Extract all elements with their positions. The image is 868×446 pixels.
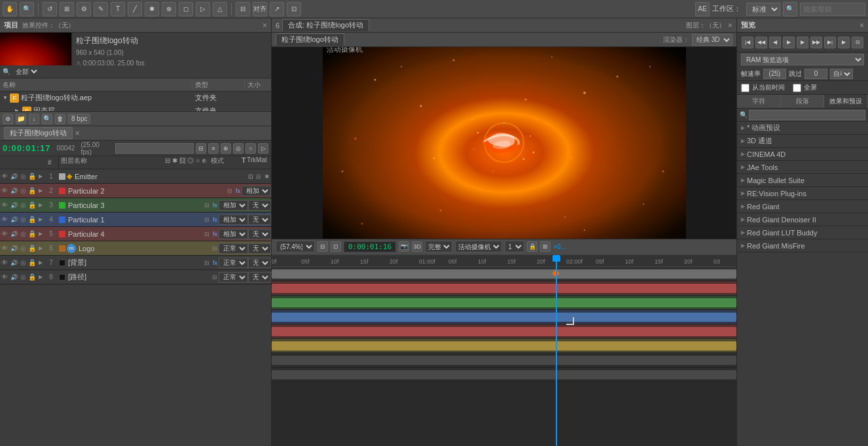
layer-mode-5[interactable]: 相加: [219, 229, 248, 239]
toolbar-settings[interactable]: ⚙: [77, 2, 91, 16]
comp-lock-btn[interactable]: 🔒: [527, 241, 537, 252]
toolbar-search-icon[interactable]: 🔍: [783, 2, 797, 16]
fx-btn-3a[interactable]: ⊟: [203, 202, 211, 209]
fps-input[interactable]: [763, 69, 786, 79]
toolbar-pen[interactable]: ✎: [94, 2, 108, 16]
preview-close[interactable]: ×: [859, 21, 864, 30]
prev-first[interactable]: |◀: [742, 37, 753, 48]
toolbar-eraser[interactable]: ◻: [179, 2, 193, 16]
fx-btn-4a[interactable]: ⊟: [203, 216, 211, 223]
layer-mode-7[interactable]: 正常: [219, 258, 248, 268]
project-close[interactable]: ×: [262, 21, 267, 30]
zoom-select[interactable]: (57.4%): [276, 241, 315, 252]
import-btn[interactable]: ↓: [29, 114, 39, 124]
prev-ram[interactable]: ▶: [838, 37, 850, 48]
quality-select[interactable]: 完整: [425, 241, 452, 252]
delete-btn[interactable]: 🗑: [55, 114, 65, 124]
tl-btn-6[interactable]: ▷: [258, 143, 268, 154]
tl-btn-2[interactable]: ≡: [208, 143, 219, 154]
toolbar-clone[interactable]: ⊕: [162, 2, 176, 16]
layer-lock-5[interactable]: 🔒: [27, 230, 37, 237]
layer-vis-7[interactable]: 👁: [0, 259, 9, 266]
toolbar-grid[interactable]: ⊞: [60, 2, 74, 16]
layer-mode-2[interactable]: 相加: [242, 186, 271, 196]
toolbar-draw[interactable]: ╱: [128, 2, 142, 16]
layer-mode-4[interactable]: 相加: [219, 214, 248, 225]
layer-color-2[interactable]: [59, 188, 65, 194]
layer-lock-3[interactable]: 🔒: [27, 201, 37, 209]
effect-cinema4d[interactable]: ▶ CINEMA 4D: [737, 148, 868, 161]
layer-lock-8[interactable]: 🔒: [27, 273, 37, 281]
fx-btn-5a[interactable]: ⊟: [203, 231, 211, 237]
toolbar-camera[interactable]: ▷: [196, 2, 210, 16]
fx-btn-6a[interactable]: ⊟: [211, 245, 219, 252]
timeline-search-input[interactable]: [115, 143, 194, 154]
toolbar-align[interactable]: 对齐: [253, 2, 267, 16]
playhead-marker[interactable]: [556, 255, 557, 266]
layer-vis-1[interactable]: 👁: [0, 173, 9, 180]
layer-trk-3[interactable]: 无: [248, 200, 271, 211]
comp-tab[interactable]: 合成: 粒子围绕logo转动: [282, 19, 369, 31]
layer-expand-2[interactable]: ▶: [37, 188, 45, 194]
layer-mode-3[interactable]: 相加: [219, 200, 248, 211]
layer-color-3[interactable]: [59, 202, 65, 209]
comp-snap-btn[interactable]: ⊟: [317, 241, 328, 252]
renderer-select[interactable]: 经典 3D: [692, 34, 732, 46]
toolbar-zoom[interactable]: 🔍: [20, 2, 34, 16]
find-btn[interactable]: 🔍: [42, 114, 52, 124]
comp-panel-close[interactable]: ×: [728, 21, 732, 30]
layer-solo-4[interactable]: ◎: [18, 216, 27, 223]
file-row-aep[interactable]: ▼ F 粒子围绕logo转动.aep 文件夹: [0, 92, 271, 105]
folder-btn[interactable]: 📁: [16, 114, 26, 124]
fx-btn-1b[interactable]: ✱: [263, 173, 271, 180]
comp-3d-btn[interactable]: 3D: [412, 241, 422, 252]
layer-audio-7[interactable]: 🔊: [9, 260, 18, 266]
layer-expand-3[interactable]: ▶: [37, 202, 45, 208]
project-filter[interactable]: 全部: [13, 67, 39, 76]
tl-btn-1[interactable]: ⊟: [196, 143, 206, 154]
comp-home-btn[interactable]: ⊡: [331, 241, 341, 252]
layer-lock-6[interactable]: 🔒: [27, 245, 37, 252]
fx-btn-7b[interactable]: fx: [211, 260, 219, 266]
timeline-tab[interactable]: 粒子围绕logo转动: [4, 127, 73, 139]
layer-expand-4[interactable]: ▶: [37, 216, 45, 222]
layer-expand-7[interactable]: ▶: [37, 260, 45, 266]
layer-vis-4[interactable]: 👁: [0, 216, 9, 223]
skip-input[interactable]: [805, 69, 827, 79]
tl-btn-5[interactable]: ○: [245, 143, 256, 154]
prev-play[interactable]: ▶: [783, 37, 795, 48]
toolbar-light[interactable]: △: [213, 2, 227, 16]
tab-effects[interactable]: 效果和预设: [824, 95, 868, 108]
layer-solo-2[interactable]: ◎: [18, 187, 27, 194]
effect-magicbullet[interactable]: ▶ Magic Bullet Suite: [737, 174, 868, 187]
prev-forward[interactable]: ▶▶: [810, 37, 822, 48]
toolbar-mask[interactable]: ⊡: [287, 2, 301, 16]
layer-solo-1[interactable]: ◎: [18, 173, 27, 180]
layer-audio-1[interactable]: 🔊: [9, 173, 18, 180]
layer-mode-6[interactable]: 正常: [219, 243, 248, 254]
fx-btn-7a[interactable]: ⊟: [203, 260, 211, 266]
tl-btn-4[interactable]: ◎: [233, 143, 244, 154]
from-current-checkbox[interactable]: [741, 84, 750, 92]
effect-redgiant-lut[interactable]: ▶ Red Giant LUT Buddy: [737, 226, 868, 239]
layer-trk-7[interactable]: 无: [248, 258, 271, 268]
layer-vis-3[interactable]: 👁: [0, 201, 9, 209]
layer-trk-6[interactable]: 无: [248, 243, 271, 254]
effect-redgiant-misfire[interactable]: ▶ Red Giant MisFire: [737, 239, 868, 252]
layer-expand-8[interactable]: ▶: [37, 274, 45, 280]
prev-back[interactable]: ◀◀: [755, 37, 767, 48]
new-item-btn[interactable]: ⊕: [3, 114, 13, 124]
effect-revision[interactable]: ▶ RE:Vision Plug-ins: [737, 187, 868, 200]
fx-btn-5b[interactable]: fx: [211, 231, 219, 237]
workspace-select[interactable]: 标准: [746, 3, 780, 16]
effect-presets[interactable]: ▶ * 动画预设: [737, 122, 868, 135]
ram-select[interactable]: RAM 预览选项: [741, 54, 864, 65]
layer-lock-1[interactable]: 🔒: [27, 173, 37, 180]
layer-vis-5[interactable]: 👁: [0, 230, 9, 237]
prev-step-back[interactable]: ◀: [769, 37, 781, 48]
toolbar-snap[interactable]: ⊟: [236, 2, 250, 16]
view-select[interactable]: 1: [505, 241, 524, 252]
layer-expand-5[interactable]: ▶: [37, 231, 45, 237]
toolbar-puppet[interactable]: ✱: [145, 2, 159, 16]
help-search-input[interactable]: [800, 3, 865, 16]
